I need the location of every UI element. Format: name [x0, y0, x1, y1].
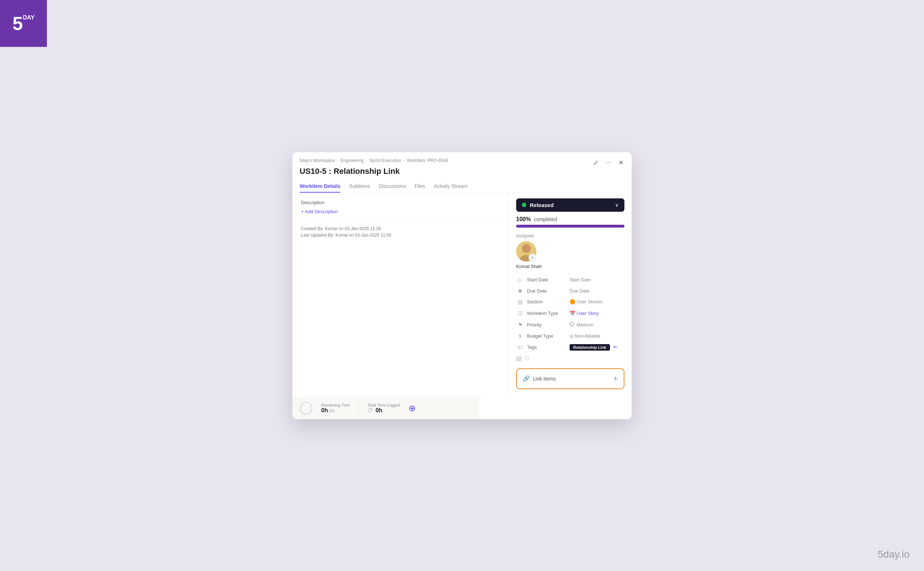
- svg-point-3: [523, 245, 530, 252]
- tab-files[interactable]: Files: [414, 181, 425, 193]
- progress-bar-bg: [516, 225, 624, 228]
- tab-discussions[interactable]: Discussions: [379, 181, 406, 193]
- time-divider: [358, 402, 359, 415]
- budget-type-value: ◎ Non-Billable: [570, 333, 600, 339]
- tabs: Workitem Details Subitems Discussions Fi…: [300, 181, 624, 192]
- priority-icon: ⚑: [516, 322, 524, 328]
- progress-pct: 100%: [516, 216, 531, 222]
- tab-activity-stream[interactable]: Activity Stream: [434, 181, 467, 193]
- description-label: Description: [301, 200, 500, 205]
- non-billable-icon: ◎: [570, 333, 574, 339]
- remaining-of: /0h: [329, 408, 335, 414]
- created-meta: Created By: Komal on 03-Jan-2025 11:26: [301, 226, 500, 231]
- breadcrumb: 5day's Workspace › Engineering › Sprint …: [300, 158, 624, 163]
- section-icon: ▤: [516, 299, 524, 305]
- assignee-label: Assignee: [516, 233, 624, 238]
- breadcrumb-workspace[interactable]: 5day's Workspace: [300, 158, 334, 163]
- logo-day: DAY: [23, 15, 34, 20]
- section-label: Section: [527, 299, 566, 304]
- workitem-type-icon: ☑: [516, 310, 524, 317]
- due-date-value: Due Date: [570, 288, 590, 293]
- budget-icon: $: [516, 333, 524, 339]
- edit-tags-icon[interactable]: ✏: [613, 344, 618, 350]
- left-panel: Description + Add Description Created By…: [293, 193, 509, 395]
- tags-icon: 🏷: [516, 344, 524, 350]
- breadcrumb-sep-2: ›: [366, 158, 367, 163]
- remaining-val: 0h: [321, 407, 328, 414]
- status-badge[interactable]: Released ∨: [516, 198, 624, 212]
- calendar-icon: 📅: [570, 310, 575, 316]
- start-date-icon: ▷: [516, 277, 524, 283]
- divider: [301, 220, 500, 221]
- start-date-value: Start Date: [570, 277, 591, 282]
- breadcrumb-engineering[interactable]: Engineering: [341, 158, 364, 163]
- right-panel: Released ∨ 100% completed Assignee: [509, 193, 631, 395]
- tags-value: Relationship Link ✏: [570, 344, 618, 350]
- modal-controls: ⤢ ··· ✕: [591, 157, 626, 168]
- remaining-circle: [300, 402, 313, 415]
- assignee-name: Komal Shah: [516, 264, 624, 269]
- tags-label: Tags: [527, 344, 566, 350]
- status-text: Released: [530, 202, 554, 208]
- total-val: 0h: [375, 407, 382, 414]
- field-start-date[interactable]: ▷ Start Date Start Date: [516, 274, 624, 286]
- misc-icon-1[interactable]: ▤: [516, 355, 522, 362]
- modal-title: US10-5 : Relationship Link: [300, 167, 624, 176]
- progress-label: completed: [534, 216, 557, 222]
- fields-list: ▷ Start Date Start Date ⏹ Due Date Due D…: [516, 274, 624, 353]
- close-button[interactable]: ✕: [616, 157, 626, 168]
- workitem-type-value: 📅 User Story: [570, 310, 599, 316]
- updated-meta: Last Updated By: Komal on 03-Jan-2025 11…: [301, 233, 500, 238]
- modal-body: Description + Add Description Created By…: [293, 193, 631, 395]
- field-due-date[interactable]: ⏹ Due Date Due Date: [516, 286, 624, 296]
- misc-icon-2[interactable]: □: [525, 355, 529, 362]
- breadcrumb-workitem[interactable]: WorkItem: PRO-6549: [407, 158, 448, 163]
- link-items-left: 🔗 Link Items: [523, 375, 556, 382]
- workitem-type-label: Workitem Type: [527, 310, 566, 316]
- misc-icons-row: ▤ □: [516, 353, 624, 364]
- progress-bar-fill: [516, 225, 624, 228]
- field-budget-type[interactable]: $ Budget Type ◎ Non-Billable: [516, 331, 624, 342]
- breadcrumb-sep-3: ›: [403, 158, 405, 163]
- total-label: Total Time Logged: [367, 403, 400, 407]
- start-date-label: Start Date: [527, 277, 566, 282]
- modal: 5day's Workspace › Engineering › Sprint …: [293, 152, 631, 419]
- priority-label: Priority: [527, 322, 566, 327]
- field-workitem-type[interactable]: ☑ Workitem Type 📅 User Story: [516, 308, 624, 319]
- due-date-icon: ⏹: [516, 288, 524, 293]
- watermark: 5day.io: [878, 549, 910, 560]
- logo: 5 DAY: [0, 0, 47, 47]
- avatar-wrap: +: [516, 241, 536, 261]
- bottom-bar: Remaining Time 0h /0h Total Time Logged …: [293, 397, 479, 419]
- total-block: Total Time Logged ⏱ 0h: [367, 403, 400, 414]
- field-tags[interactable]: 🏷 Tags Relationship Link ✏: [516, 342, 624, 353]
- budget-type-label: Budget Type: [527, 333, 566, 339]
- field-priority[interactable]: ⚑ Priority Medium: [516, 319, 624, 331]
- add-description-button[interactable]: + Add Description: [301, 209, 500, 214]
- field-section[interactable]: ▤ Section 🟠 User Stories: [516, 296, 624, 308]
- priority-value: Medium: [570, 322, 593, 327]
- section-emoji: 🟠: [570, 299, 575, 304]
- tab-workitem-details[interactable]: Workitem Details: [300, 181, 341, 193]
- add-time-button[interactable]: ⊕: [409, 403, 416, 414]
- due-date-label: Due Date: [527, 288, 566, 293]
- breadcrumb-sep-1: ›: [337, 158, 338, 163]
- link-items-label: Link Items: [533, 376, 556, 382]
- more-button[interactable]: ···: [604, 157, 613, 168]
- modal-header: 5day's Workspace › Engineering › Sprint …: [293, 152, 631, 193]
- breadcrumb-sprint[interactable]: Sprint Execution: [370, 158, 401, 163]
- remaining-label: Remaining Time: [321, 403, 350, 407]
- progress-row: 100% completed: [516, 216, 624, 222]
- tag-badge[interactable]: Relationship Link: [570, 344, 610, 350]
- tab-subitems[interactable]: Subitems: [349, 181, 370, 193]
- link-icon: 🔗: [523, 375, 530, 382]
- expand-button[interactable]: ⤢: [591, 157, 601, 168]
- link-items-add-button[interactable]: +: [613, 374, 618, 383]
- link-items-box[interactable]: 🔗 Link Items +: [516, 368, 624, 389]
- logo-number: 5: [12, 14, 23, 33]
- priority-circle: [570, 322, 574, 326]
- remaining-block: Remaining Time 0h /0h: [321, 403, 350, 414]
- assignee-row: +: [516, 241, 624, 261]
- avatar-add-button[interactable]: +: [528, 253, 536, 261]
- section-value: 🟠 User Stories: [570, 299, 602, 304]
